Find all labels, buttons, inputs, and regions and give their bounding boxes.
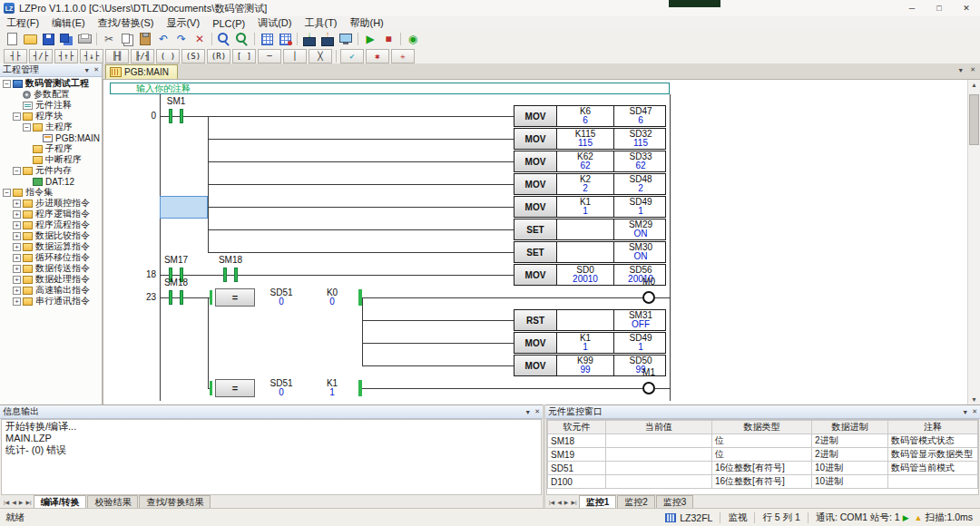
compare-op-button[interactable]: = [215,288,255,307]
operand[interactable]: K9999 [558,356,612,375]
contact[interactable] [180,109,183,123]
tree-item[interactable]: +串行通讯指令 [0,296,102,307]
output-tab[interactable]: 编译/转换 [34,495,87,508]
instruction-block[interactable]: SETSM30ON [514,241,666,263]
tab-nav-button[interactable]: ◀ [556,499,563,505]
menu-item[interactable]: 调试(D) [251,16,298,30]
monitor-row[interactable]: SD5116位整数[有符号]10进制数码管当前模式 [548,462,978,475]
expander-icon[interactable]: − [13,112,21,121]
monitor-tab[interactable]: 监控1 [579,495,617,508]
tab-nav-button[interactable]: ▶ [564,499,570,505]
tree-item[interactable]: −元件内存 [0,165,102,176]
contact[interactable] [169,290,172,305]
close-icon[interactable]: ✕ [534,408,540,415]
monitor-column-header[interactable]: 数据类型 [712,421,812,434]
instruction-block[interactable]: RSTSM31OFF [514,309,666,331]
expander-icon[interactable]: + [13,287,21,295]
maximize-button[interactable]: □ [926,0,953,16]
ladder-canvas[interactable]: 输入你的注释01823SM1SM17SM18SM18MOVK66SD476MOV… [103,80,980,404]
operand[interactable]: SD491 [613,197,667,217]
expander-icon[interactable]: + [13,210,21,219]
instruction-block[interactable]: MOVK6262SD3362 [514,151,666,172]
chevron-down-icon[interactable]: ▼ [524,409,531,415]
close-icon[interactable]: ✕ [93,66,99,73]
find-button[interactable] [216,32,232,46]
operand[interactable]: K11 [558,333,612,353]
tab-list-chevron-icon[interactable]: ▼ [957,67,964,73]
close-icon[interactable]: ✕ [972,408,977,415]
open-project-button[interactable] [22,32,38,46]
close-document-icon[interactable]: ✕ [970,66,975,73]
expander-icon[interactable]: + [13,243,21,251]
instruction-block[interactable]: MOVK11SD491 [514,332,666,354]
expander-icon[interactable]: + [13,276,21,284]
monitor-column-header[interactable]: 当前值 [606,421,712,434]
monitor-row[interactable]: D10016位整数[有符号]10进制 [548,475,978,489]
output-coil[interactable] [642,382,655,394]
instruction-block[interactable]: MOVK22SD482 [514,173,666,195]
operand[interactable]: K11 [558,197,612,217]
find-replace-button[interactable] [234,32,250,46]
expander-icon[interactable]: − [13,167,21,175]
parallel-closed-contact-button[interactable]: ╟/╢ [131,49,154,63]
output-tab[interactable]: 查找/替换结果 [139,495,211,508]
scroll-up-icon[interactable]: ▲ [971,82,977,88]
delete-line-button[interactable]: ╳ [309,49,332,63]
compile-button[interactable] [259,32,275,46]
operand[interactable]: SD476 [613,106,667,126]
monitor-column-header[interactable]: 注释 [888,421,978,434]
paste-button[interactable] [137,32,153,46]
closed-contact-button[interactable]: ┤/├ [29,49,53,63]
expander-icon[interactable]: − [3,80,11,88]
tab-nav-button[interactable]: ▶| [570,499,577,505]
operand[interactable]: SM29ON [613,219,667,239]
compare-op-button[interactable]: = [215,379,255,397]
operand[interactable]: K6262 [558,151,612,171]
chevron-down-icon[interactable]: ▼ [83,67,90,73]
rising-contact-button[interactable]: ┤↑├ [54,49,78,63]
save-button[interactable] [40,32,56,46]
monitor-column-header[interactable]: 数据进制 [812,421,888,434]
tab-nav-button[interactable]: |◀ [3,499,10,505]
run-plc-button[interactable]: ▶ [362,32,378,46]
comm-settings-button[interactable]: ◉ [405,32,421,46]
expander-icon[interactable]: + [13,221,21,229]
operand[interactable]: K11 [309,378,356,398]
operand[interactable]: K66 [558,106,612,126]
save-all-button[interactable] [58,32,74,46]
operand[interactable]: SD020010 [558,265,612,285]
tab-nav-button[interactable]: ▶| [24,499,32,505]
tab-nav-button[interactable]: ◀ [11,499,17,505]
contact[interactable] [169,109,172,123]
open-contact-button[interactable]: ┤├ [4,49,27,63]
menu-item[interactable]: 工程(F) [0,16,45,30]
operand[interactable]: K115115 [558,129,612,149]
contact[interactable] [234,268,238,282]
rung-comment[interactable]: 输入你的注释 [110,83,670,94]
upload-from-plc-button[interactable] [319,32,336,46]
expander-icon[interactable]: − [3,189,11,197]
falling-contact-button[interactable]: ┤↓├ [80,49,103,63]
set-coil-button[interactable]: (S) [181,49,205,63]
vertical-line-button[interactable]: │ [283,49,307,63]
reset-coil-button[interactable]: (R) [207,49,230,63]
chevron-down-icon[interactable]: ▼ [962,409,968,415]
monitor-column-header[interactable]: 软元件 [548,421,606,434]
expander-icon[interactable]: + [13,200,21,208]
operand[interactable]: SD3362 [613,151,667,171]
monitor-tab[interactable]: 监控2 [617,495,655,508]
monitor-mode-button[interactable] [338,32,354,46]
check-program-button[interactable]: ✔ [340,49,364,63]
output-coil-button[interactable]: ( ) [156,49,180,63]
copy-button[interactable] [119,32,135,46]
tab-pgb-main[interactable]: PGB:MAIN [105,64,178,79]
expander-icon[interactable]: + [13,297,21,306]
tab-nav-button[interactable]: ▶ [18,499,24,505]
convert-all-button[interactable]: ✳ [391,49,415,63]
operand[interactable]: SM30ON [613,242,667,262]
operand[interactable]: SD510 [258,378,305,398]
operand[interactable]: SD491 [613,333,667,353]
menu-item[interactable]: 查找/替换(S) [92,16,161,30]
expander-icon[interactable]: + [13,232,21,240]
function-block-button[interactable]: [ ] [232,49,256,63]
